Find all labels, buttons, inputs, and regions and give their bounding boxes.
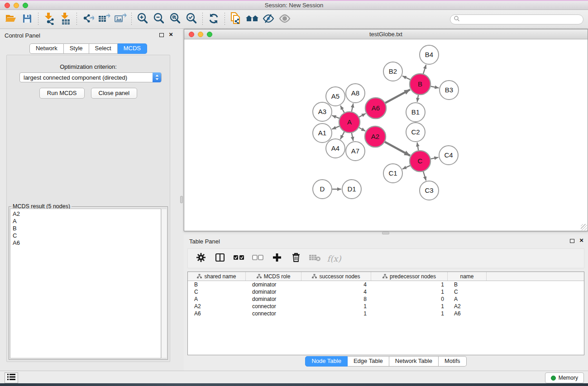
add-column-button[interactable]: [268, 251, 286, 266]
split-panel-button[interactable]: [211, 251, 229, 266]
function-builder-button[interactable]: f(x): [325, 251, 343, 266]
table-row[interactable]: Adominator80A: [188, 295, 584, 303]
graph-node-label: A2: [371, 133, 379, 140]
select-all-button[interactable]: [230, 251, 248, 266]
refresh-button[interactable]: [206, 12, 222, 27]
zoom-selected-button[interactable]: [183, 12, 200, 27]
graph-edge-A-A2[interactable]: [359, 128, 365, 131]
table-row[interactable]: A6connector11A6: [188, 310, 584, 317]
graph-edge-A-A3[interactable]: [332, 115, 339, 118]
close-panel-icon[interactable]: ×: [169, 30, 173, 38]
network-minimize-button[interactable]: [198, 32, 203, 37]
graph-edge-A2-C[interactable]: [385, 142, 410, 156]
graph-edge-A-A5[interactable]: [340, 105, 344, 113]
deselect-all-button[interactable]: [249, 251, 267, 266]
graph-node-label: A1: [318, 129, 326, 137]
mcds-result-item[interactable]: A2: [13, 210, 161, 218]
table-row[interactable]: Bdominator41B: [188, 281, 584, 288]
run-mcds-button[interactable]: Run MCDS: [39, 88, 85, 99]
mcds-result-item[interactable]: B: [13, 225, 161, 232]
zoom-in-icon: [136, 12, 149, 27]
dropdown-stepper-icon: [153, 72, 161, 82]
delete-table-button[interactable]: [306, 251, 324, 266]
export-table-button[interactable]: [96, 12, 112, 27]
vertical-split-divider[interactable]: [180, 196, 183, 203]
zoom-fit-button[interactable]: [167, 12, 183, 27]
close-table-panel-icon[interactable]: ×: [579, 236, 583, 244]
zoom-in-button[interactable]: [134, 12, 151, 27]
table-row[interactable]: A2connector11A2: [188, 303, 584, 310]
network-graph[interactable]: B4B2BB3A8A5A6A3B1AC2A1A2A4A7C4CC1DD1C3: [184, 39, 588, 231]
mcds-result-item[interactable]: C: [13, 232, 161, 239]
search-input[interactable]: [450, 14, 583, 24]
graph-edge-C-C2[interactable]: [417, 143, 419, 151]
graph-node-label: D1: [347, 185, 356, 193]
column-header-predecessor-nodes[interactable]: predecessor nodes: [371, 272, 448, 281]
import-table-button[interactable]: [57, 12, 74, 27]
tab-network-table[interactable]: Network Table: [389, 356, 439, 367]
tab-style[interactable]: Style: [64, 43, 89, 54]
graph-edge-B-B1[interactable]: [417, 95, 419, 102]
graph-edge-A-A7[interactable]: [352, 133, 354, 141]
graph-edge-A-A4[interactable]: [340, 132, 344, 139]
column-header-name[interactable]: name: [448, 272, 487, 281]
float-panel-icon[interactable]: [159, 33, 164, 37]
zoom-selected-icon: [185, 12, 198, 27]
close-window-button[interactable]: [5, 3, 10, 8]
column-header-successor-nodes[interactable]: successor nodes: [301, 272, 371, 281]
network-canvas[interactable]: B4B2BB3A8A5A6A3B1AC2A1A2A4A7C4CC1DD1C3: [184, 39, 588, 231]
tab-mcds[interactable]: MCDS: [118, 43, 147, 54]
gear-button[interactable]: [192, 251, 210, 266]
clone-network-button[interactable]: [228, 12, 244, 27]
home-button[interactable]: [244, 12, 260, 27]
delete-column-button[interactable]: [287, 251, 305, 266]
close-panel-button[interactable]: Close panel: [91, 88, 138, 99]
graph-edge-A-A1[interactable]: [332, 126, 339, 129]
float-table-panel-icon[interactable]: [570, 239, 574, 243]
save-session-button[interactable]: [19, 12, 35, 27]
toolbar-separator: [225, 13, 225, 26]
graph-edge-B-B4[interactable]: [423, 65, 426, 74]
import-network-button[interactable]: [41, 12, 57, 27]
maximize-window-button[interactable]: [23, 3, 28, 8]
memory-button[interactable]: Memory: [545, 372, 584, 383]
tab-network[interactable]: Network: [29, 43, 64, 54]
show-view-icon-button[interactable]: [277, 12, 293, 27]
graph-edge-B-B2[interactable]: [402, 76, 410, 80]
graph-edge-A-A6[interactable]: [359, 114, 366, 117]
network-maximize-button[interactable]: [207, 32, 212, 37]
network-close-button[interactable]: [189, 32, 194, 37]
tab-select[interactable]: Select: [89, 43, 118, 54]
mcds-result-item[interactable]: A6: [13, 239, 161, 247]
network-window-titlebar[interactable]: testGlobe.txt: [184, 29, 588, 39]
tab-motifs[interactable]: Motifs: [439, 356, 467, 367]
hide-view-icon-button[interactable]: [260, 12, 277, 27]
graph-edge-B-B3[interactable]: [431, 86, 439, 88]
graph-edge-A6-B[interactable]: [385, 90, 410, 103]
horizontal-split-divider[interactable]: [382, 232, 389, 234]
export-network-button[interactable]: [80, 12, 96, 27]
table-row[interactable]: Cdominator41C: [188, 288, 584, 295]
graph-edge-C-C3[interactable]: [423, 172, 426, 181]
show-log-button[interactable]: [5, 372, 18, 383]
tab-edge-table[interactable]: Edge Table: [348, 356, 389, 367]
minimize-window-button[interactable]: [14, 3, 19, 8]
graph-edge-C-C1[interactable]: [402, 166, 410, 169]
app-titlebar[interactable]: Session: New Session: [0, 0, 588, 10]
zoom-out-button[interactable]: [151, 12, 167, 27]
graph-edge-A-A8[interactable]: [352, 104, 354, 112]
mcds-result-list[interactable]: A2ABCA6: [10, 209, 161, 358]
column-header-mcds-role[interactable]: MCDS role: [246, 272, 301, 281]
open-session-button[interactable]: [3, 12, 19, 27]
mcds-result-scrollbar[interactable]: [161, 209, 167, 358]
criterion-dropdown[interactable]: largest connected component (directed): [19, 72, 162, 82]
column-header-shared-name[interactable]: shared name: [188, 272, 246, 281]
mcds-result-item[interactable]: A: [13, 218, 161, 225]
column-tree-icon: [312, 274, 317, 279]
graph-edge-C-C4[interactable]: [431, 157, 439, 159]
window-resize-grip[interactable]: [581, 224, 587, 230]
table-toolbar: f(x): [187, 248, 584, 268]
export-image-button[interactable]: [112, 12, 129, 27]
graph-node-label: A7: [351, 147, 359, 155]
tab-node-table[interactable]: Node Table: [305, 356, 348, 367]
